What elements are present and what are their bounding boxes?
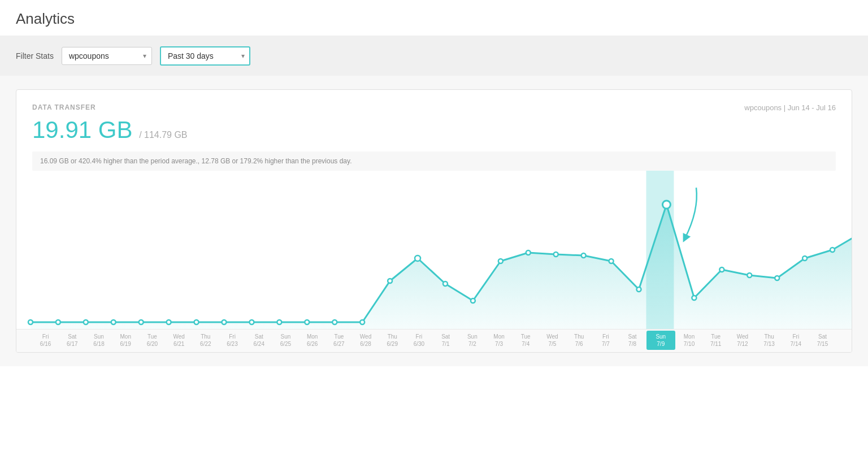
svg-point-26 (719, 267, 724, 272)
chart-total: / 114.79 GB (139, 130, 187, 140)
svg-point-23 (637, 287, 641, 292)
svg-point-21 (581, 253, 586, 258)
chart-card: DATA TRANSFER wpcoupons | Jun 14 - Jul 1… (16, 89, 852, 353)
x-axis-item: Mon6/19 (112, 333, 139, 348)
x-axis-item: Tue6/27 (326, 333, 352, 348)
x-axis-item: Wed6/21 (166, 333, 192, 348)
period-select-wrapper[interactable]: Past 30 days Past 7 days Past 90 days Th… (160, 46, 250, 66)
x-axis-item: Thu6/29 (379, 333, 406, 348)
data-value: 19.91 GB (32, 116, 132, 143)
x-axis-item: Wed6/28 (352, 333, 379, 348)
svg-point-25 (692, 296, 696, 300)
site-select[interactable]: wpcoupons other-site (62, 47, 152, 65)
x-axis-item: Fri7/7 (592, 333, 619, 348)
chart-header: DATA TRANSFER wpcoupons | Jun 14 - Jul 1… (32, 103, 836, 112)
chart-area (16, 171, 852, 329)
x-axis-item: Thu7/6 (566, 333, 592, 348)
x-axis-item: Sat6/24 (246, 333, 272, 348)
svg-point-29 (802, 256, 807, 261)
chart-date-range: wpcoupons | Jun 14 - Jul 16 (744, 103, 836, 112)
x-axis-item: Fri6/23 (219, 333, 245, 348)
filter-label: Filter Stats (16, 51, 54, 60)
x-axis-item: Tue6/20 (139, 333, 166, 348)
svg-point-7 (194, 320, 199, 324)
x-axis-item: Sat7/8 (619, 333, 645, 348)
svg-point-18 (498, 259, 503, 263)
svg-point-27 (747, 273, 752, 278)
x-axis-item: Sun7/9 (646, 331, 675, 350)
x-axis-item: Sat7/15 (809, 333, 836, 348)
x-axis-item: Thu6/22 (192, 333, 219, 348)
x-axis-item: Fri6/16 (32, 333, 59, 348)
x-axis-item: Sun6/18 (85, 333, 112, 348)
x-axis-item: Tue7/4 (513, 333, 539, 348)
svg-point-19 (526, 250, 531, 255)
x-axis-item: Fri7/14 (783, 333, 809, 348)
svg-point-22 (609, 259, 614, 263)
svg-point-15 (415, 255, 420, 261)
x-axis-item: Sun6/25 (272, 333, 299, 348)
svg-point-11 (305, 320, 309, 324)
period-select[interactable]: Past 30 days Past 7 days Past 90 days Th… (160, 46, 250, 66)
x-axis: Fri6/16Sat6/17Sun6/18Mon6/19Tue6/20Wed6/… (16, 329, 852, 352)
x-axis-item: Sat7/1 (432, 333, 459, 348)
page-header: Analytics (0, 0, 868, 36)
svg-point-4 (111, 320, 116, 324)
main-content: DATA TRANSFER wpcoupons | Jun 14 - Jul 1… (0, 76, 868, 366)
x-axis-item: Sat6/17 (59, 333, 85, 348)
svg-point-24 (662, 201, 670, 209)
x-axis-item: Wed7/12 (729, 333, 756, 348)
page-title: Analytics (16, 10, 852, 28)
x-axis-item: Thu7/13 (756, 333, 782, 348)
svg-point-20 (554, 252, 558, 257)
chart-stats-text: 16.09 GB or 420.4% higher than the perio… (40, 157, 351, 165)
svg-point-1 (28, 320, 33, 324)
x-axis-item: Tue7/11 (702, 333, 729, 348)
x-axis-item: Mon7/10 (676, 333, 702, 348)
svg-point-5 (139, 320, 144, 324)
x-axis-item: Fri6/30 (406, 333, 432, 348)
svg-point-8 (222, 320, 227, 324)
chart-stats-bar: 16.09 GB or 420.4% higher than the perio… (32, 151, 836, 171)
chart-section-title: DATA TRANSFER (32, 103, 96, 111)
svg-point-13 (360, 320, 364, 324)
svg-point-14 (388, 279, 392, 283)
svg-point-12 (332, 320, 337, 324)
filter-bar: Filter Stats wpcoupons other-site Past 3… (0, 36, 868, 76)
svg-point-30 (830, 248, 835, 252)
x-axis-item: Wed7/5 (539, 333, 566, 348)
x-axis-item: Mon7/3 (485, 333, 512, 348)
x-axis-item: Mon6/26 (299, 333, 326, 348)
svg-point-16 (443, 281, 448, 286)
svg-point-9 (249, 320, 254, 324)
svg-point-10 (277, 320, 281, 324)
svg-point-28 (775, 276, 779, 280)
svg-point-17 (471, 298, 475, 303)
svg-point-3 (84, 320, 88, 324)
x-axis-item: Sun7/2 (459, 333, 485, 348)
chart-main-value: 19.91 GB / 114.79 GB (32, 116, 836, 144)
svg-point-2 (56, 320, 60, 324)
site-select-wrapper[interactable]: wpcoupons other-site (62, 47, 152, 65)
svg-point-6 (167, 320, 171, 324)
